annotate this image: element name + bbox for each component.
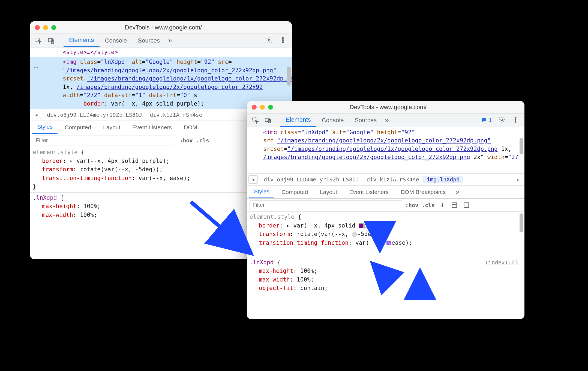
selector[interactable]: element.style (33, 149, 77, 155)
subtab-computed[interactable]: Computed (60, 121, 96, 134)
style-tag: <style>…</style> (63, 49, 118, 55)
svg-rect-15 (464, 203, 469, 207)
breadcrumbs: ◂ div.o3j99.LLD4me.yr19Zb.LS8OJ div.k1zI… (247, 173, 524, 185)
window-title: DevTools - www.google.com/ (273, 104, 520, 111)
computed-sidebar-icon[interactable] (462, 201, 471, 210)
toggle-common-icon[interactable] (450, 201, 459, 210)
hov-toggle[interactable]: :hov (405, 202, 418, 208)
styles-scrollbar[interactable] (520, 213, 523, 232)
crumb-item-active[interactable]: img.lnXdpd (423, 176, 463, 183)
source-link[interactable]: (index):63 (485, 258, 518, 267)
src-link[interactable]: "/images/branding/googlelogo/2x/googlelo… (63, 67, 277, 74)
more-subtabs-icon[interactable]: » (453, 188, 462, 196)
selector[interactable]: element.style (250, 214, 294, 220)
styles-panel[interactable]: element.style { border: ▸ var(--x, 4px s… (247, 212, 524, 294)
selector[interactable]: .lnXdpd (250, 259, 274, 266)
svg-point-11 (515, 117, 516, 118)
svg-point-10 (501, 119, 503, 121)
crumb-item[interactable]: div.o3j99.LLD4me.yr19Zb.LS8OJ (260, 176, 363, 183)
inspect-icon[interactable] (33, 35, 44, 46)
tab-console[interactable]: Console (316, 113, 349, 127)
color-swatch-icon[interactable] (359, 223, 364, 228)
subtab-computed[interactable]: Computed (277, 185, 313, 198)
subtab-event-listeners[interactable]: Event Listeners (127, 121, 177, 134)
crumb-item[interactable]: div.k1zIA.rSk4se (146, 112, 206, 118)
crumb-item[interactable]: div.k1zIA.rSk4se (363, 176, 423, 183)
minimize-icon[interactable] (260, 105, 265, 110)
selector[interactable]: .lnXdpd (33, 195, 57, 201)
filter-input[interactable] (250, 200, 402, 210)
css-declaration[interactable]: max-width: 100%; (250, 276, 522, 284)
new-rule-icon[interactable] (438, 201, 447, 210)
dom-tree[interactable]: <img class="lnXdpd" alt="Google" height=… (247, 127, 524, 173)
divider (59, 37, 59, 45)
subtab-layout[interactable]: Layout (315, 185, 342, 198)
filter-input[interactable] (33, 136, 176, 145)
device-toggle-icon[interactable] (45, 35, 57, 46)
devtools-toolbar: Elements Console Sources » 1 (247, 113, 524, 127)
issues-badge[interactable]: 1 (478, 117, 494, 123)
css-declaration[interactable]: object-fit: contain; (250, 284, 522, 293)
tab-elements[interactable]: Elements (280, 113, 316, 127)
panel-tabs: Elements Console Sources » (64, 34, 175, 47)
bezier-swatch-icon[interactable] (386, 241, 391, 245)
ellipsis-icon[interactable]: ⋯ (34, 62, 39, 73)
tab-elements[interactable]: Elements (64, 34, 100, 47)
hov-toggle[interactable]: :hov (179, 137, 193, 144)
kebab-icon[interactable] (509, 116, 522, 124)
inspect-icon[interactable] (250, 115, 261, 126)
dom-scrollbar[interactable] (287, 67, 291, 86)
subtab-styles[interactable]: Styles (249, 185, 274, 198)
close-icon[interactable] (252, 105, 257, 110)
more-tabs-icon[interactable]: » (165, 34, 175, 47)
more-tabs-icon[interactable]: » (382, 113, 391, 127)
traffic-lights (252, 105, 273, 110)
tab-sources[interactable]: Sources (349, 113, 382, 127)
css-declaration[interactable]: transform: rotate(var(--x, -5deg)); (250, 230, 522, 239)
titlebar: DevTools - www.google.com/ (30, 21, 292, 34)
subtab-event-listeners[interactable]: Event Listeners (344, 185, 394, 198)
svg-point-4 (282, 37, 283, 38)
subtab-layout[interactable]: Layout (98, 121, 125, 134)
settings-icon[interactable] (496, 116, 508, 124)
panel-tabs: Elements Console Sources » (280, 113, 392, 127)
svg-point-6 (282, 41, 283, 43)
src-link[interactable]: "/images/branding/googlelogo/2x/googlelo… (277, 137, 491, 144)
kebab-icon[interactable] (277, 37, 289, 45)
crumb-next-icon[interactable]: ▸ (514, 176, 523, 183)
zoom-icon[interactable] (51, 25, 56, 30)
divider (276, 116, 276, 124)
zoom-icon[interactable] (268, 105, 273, 110)
svg-rect-14 (452, 203, 457, 207)
svg-point-5 (282, 39, 283, 40)
angle-swatch-icon[interactable] (352, 232, 357, 237)
subtab-dom-breakpoints[interactable]: DOM Breakpoints (396, 185, 451, 198)
dom-scrollbar[interactable] (520, 138, 523, 154)
window-title: DevTools - www.google.com/ (56, 24, 287, 31)
dom-tree[interactable]: <style>…</style> ⋯ <img class="lnXdpd" a… (30, 47, 292, 109)
css-declaration[interactable]: border: ▸ var(--x, 4px solid purple); (250, 222, 522, 230)
styles-filterbar: :hov .cls (247, 199, 524, 212)
css-declaration[interactable]: max-height: 100%; (250, 267, 522, 276)
titlebar: DevTools - www.google.com/ (247, 101, 524, 113)
svg-point-3 (268, 39, 270, 41)
tab-console[interactable]: Console (100, 34, 133, 47)
settings-icon[interactable] (263, 37, 275, 45)
minimize-icon[interactable] (43, 25, 48, 30)
device-toggle-icon[interactable] (262, 115, 274, 126)
close-icon[interactable] (35, 25, 40, 30)
css-declaration[interactable]: transition-timing-function: var(--x, eas… (250, 239, 522, 247)
devtools-toolbar: Elements Console Sources » (30, 34, 292, 47)
cls-toggle[interactable]: .cls (422, 202, 435, 208)
dom-line: <style>…</style> (30, 47, 292, 57)
crumb-prev-icon[interactable]: ◂ (32, 111, 41, 119)
crumb-prev-icon[interactable]: ◂ (248, 175, 258, 184)
subtab-dom[interactable]: DOM (179, 121, 202, 134)
svg-point-12 (515, 119, 516, 120)
dom-node[interactable]: <img class="lnXdpd" alt="Google" height=… (247, 127, 524, 163)
cls-toggle[interactable]: .cls (196, 137, 209, 144)
crumb-item[interactable]: div.o3j99.LLD4me.yr19Zb.LS8OJ (43, 112, 146, 118)
svg-point-13 (515, 121, 516, 122)
subtab-styles[interactable]: Styles (32, 121, 58, 134)
tab-sources[interactable]: Sources (132, 34, 165, 47)
